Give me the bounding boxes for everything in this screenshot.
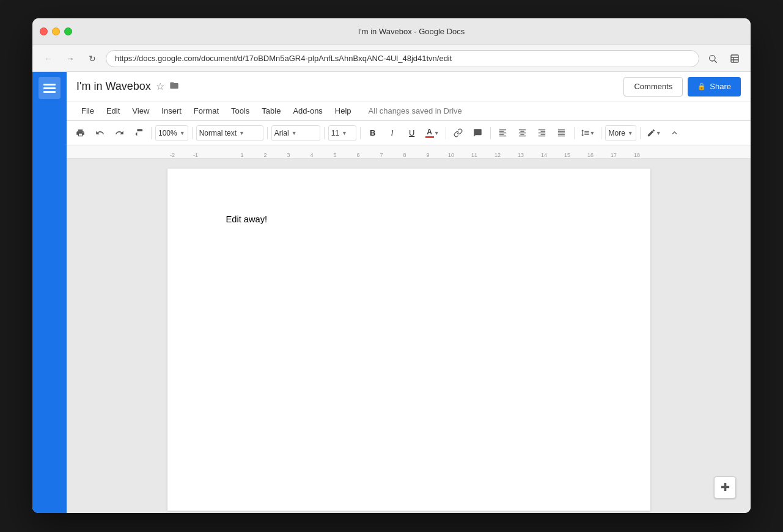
nav-bar: ← → ↻ https://docs.google.com/document/d… — [32, 45, 751, 72]
text-style-select[interactable]: Normal text ▼ — [196, 125, 263, 141]
ruler-tick: 15 — [556, 152, 579, 158]
doc-page: Edit away! — [167, 169, 650, 511]
ruler-tick: -2 — [161, 152, 184, 158]
search-button[interactable] — [704, 50, 721, 67]
close-button[interactable] — [40, 27, 48, 35]
ruler-tick: 17 — [602, 152, 625, 158]
align-right-button[interactable] — [534, 125, 551, 142]
ruler-tick: 2 — [254, 152, 277, 158]
traffic-lights — [40, 27, 72, 35]
maximize-button[interactable] — [64, 27, 72, 35]
justify-button[interactable] — [553, 125, 570, 142]
menu-edit[interactable]: Edit — [101, 104, 125, 118]
doc-title: I'm in Wavebox — [76, 80, 151, 93]
ruler: -2 -1 1 2 3 4 5 6 7 8 9 10 11 12 13 14 — [67, 145, 751, 159]
folder-icon[interactable] — [169, 81, 179, 93]
logo-line-2 — [43, 87, 56, 89]
more-select[interactable]: More ▼ — [605, 125, 636, 141]
italic-button[interactable]: I — [384, 125, 401, 142]
zoom-select[interactable]: 100% ▼ — [155, 125, 188, 141]
ruler-tick: 5 — [323, 152, 347, 158]
save-status: All changes saved in Drive — [369, 106, 462, 115]
menu-table[interactable]: Table — [257, 104, 285, 118]
doc-actions-button[interactable]: ✚ — [714, 476, 736, 498]
ruler-tick: 14 — [532, 152, 556, 158]
edit-mode-button[interactable]: ▼ — [644, 125, 664, 142]
ruler-tick: 1 — [230, 152, 254, 158]
menu-help[interactable]: Help — [330, 104, 356, 118]
zoom-value: 100% — [158, 129, 177, 137]
doc-title-area: I'm in Wavebox ☆ — [76, 80, 623, 93]
toolbar-sep-10 — [640, 127, 641, 139]
toolbar-sep-8 — [574, 127, 575, 139]
url-text: https://docs.google.com/document/d/17oBD… — [115, 54, 452, 63]
docs-area: I'm in Wavebox ☆ Comments 🔒 Share — [67, 72, 751, 513]
forward-button[interactable]: → — [62, 50, 79, 67]
toolbar-sep-5 — [360, 127, 361, 139]
doc-content[interactable]: Edit away! — [226, 213, 606, 226]
ruler-tick: -1 — [184, 152, 207, 158]
docs-header-right: Comments 🔒 Share — [623, 77, 741, 97]
collapse-toolbar-button[interactable] — [666, 125, 683, 142]
bold-button[interactable]: B — [364, 125, 381, 142]
svg-rect-2 — [731, 55, 738, 62]
redo-button[interactable] — [111, 125, 128, 142]
link-button[interactable] — [450, 125, 467, 142]
share-button[interactable]: 🔒 Share — [688, 77, 741, 97]
more-label: More — [608, 129, 625, 137]
title-bar: I'm in Wavebox - Google Docs — [32, 18, 751, 45]
menu-addons[interactable]: Add-ons — [288, 104, 327, 118]
menu-view[interactable]: View — [127, 104, 154, 118]
ruler-tick: 16 — [579, 152, 602, 158]
bookmark-button[interactable] — [726, 50, 743, 67]
ruler-tick: 18 — [625, 152, 649, 158]
undo-button[interactable] — [91, 125, 108, 142]
print-button[interactable] — [72, 125, 89, 142]
star-icon[interactable]: ☆ — [156, 81, 164, 92]
size-caret: ▼ — [342, 130, 347, 136]
align-center-button[interactable] — [514, 125, 531, 142]
font-color-bar — [425, 136, 434, 138]
menu-bar: File Edit View Insert Format Tools Table… — [67, 101, 751, 121]
menu-tools[interactable]: Tools — [226, 104, 254, 118]
url-bar[interactable]: https://docs.google.com/document/d/17oBD… — [106, 50, 699, 67]
ruler-tick: 8 — [393, 152, 416, 158]
edit-caret: ▼ — [656, 130, 661, 136]
toolbar: 100% ▼ Normal text ▼ Arial ▼ 11 ▼ — [67, 121, 751, 145]
ruler-tick: 13 — [509, 152, 532, 158]
lock-icon: 🔒 — [697, 82, 706, 90]
menu-file[interactable]: File — [76, 104, 99, 118]
comment-button[interactable] — [469, 125, 487, 142]
docs-header: I'm in Wavebox ☆ Comments 🔒 Share — [67, 72, 751, 101]
menu-insert[interactable]: Insert — [156, 104, 186, 118]
app-sidebar — [32, 72, 67, 513]
font-size-value: 11 — [331, 129, 339, 137]
docs-logo — [39, 77, 61, 99]
comments-button[interactable]: Comments — [623, 77, 683, 97]
app-area: I'm in Wavebox ☆ Comments 🔒 Share — [32, 72, 751, 513]
font-color-button[interactable]: A ▼ — [423, 125, 442, 142]
ruler-content: -2 -1 1 2 3 4 5 6 7 8 9 10 11 12 13 14 — [69, 145, 748, 158]
align-left-button[interactable] — [494, 125, 512, 142]
title-bar-center: I'm in Wavebox - Google Docs — [79, 27, 743, 36]
font-size-select[interactable]: 11 ▼ — [328, 125, 356, 141]
paint-format-button[interactable] — [130, 125, 147, 142]
text-style-value: Normal text — [199, 129, 237, 137]
toolbar-sep-3 — [267, 127, 268, 139]
ruler-tick: 4 — [300, 152, 323, 158]
docs-logo-lines — [43, 84, 56, 93]
spacing-caret: ▼ — [590, 130, 595, 136]
line-spacing-button[interactable]: ▼ — [578, 125, 598, 142]
ruler-tick: 10 — [439, 152, 463, 158]
doc-scroll-area[interactable]: Edit away! ✚ — [67, 159, 751, 513]
back-button[interactable]: ← — [40, 50, 57, 67]
ruler-tick: 12 — [486, 152, 509, 158]
svg-point-0 — [710, 55, 715, 60]
ruler-tick: 9 — [416, 152, 439, 158]
underline-button[interactable]: U — [403, 125, 421, 142]
refresh-button[interactable]: ↻ — [84, 50, 101, 67]
minimize-button[interactable] — [52, 27, 60, 35]
menu-format[interactable]: Format — [189, 104, 224, 118]
toolbar-sep-4 — [324, 127, 325, 139]
font-select[interactable]: Arial ▼ — [271, 125, 320, 141]
